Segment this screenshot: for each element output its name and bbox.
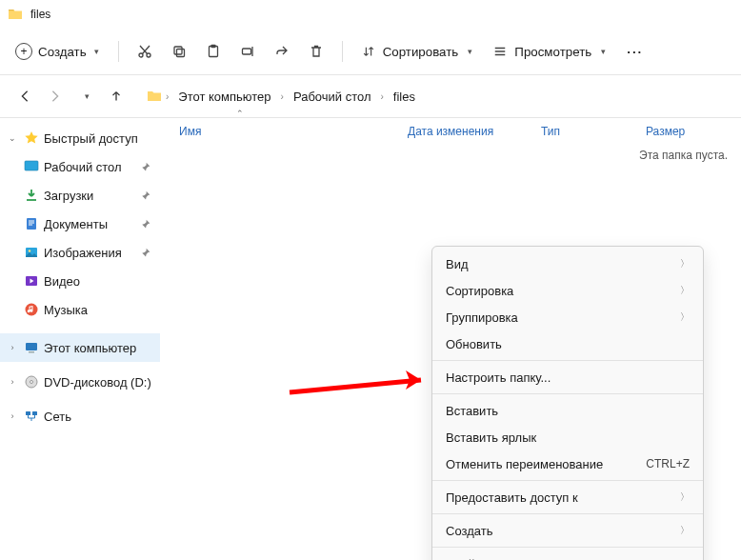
ctx-give-access[interactable]: Предоставить доступ к〉 (432, 484, 703, 510)
sort-button[interactable]: Сортировать ▾ (352, 35, 483, 68)
sidebar-dvd[interactable]: › DVD-дисковод (D:) (0, 368, 160, 396)
sidebar-item-pictures[interactable]: Изображения (0, 238, 160, 267)
download-icon (23, 188, 40, 203)
sidebar-this-pc[interactable]: › Этот компьютер (0, 333, 160, 362)
sort-indicator-icon: ⌃ (236, 109, 244, 118)
sidebar-quick-access[interactable]: ⌄ Быстрый доступ (0, 124, 160, 152)
ctx-label: Вид (446, 257, 469, 271)
ctx-label: Отменить переименование (446, 457, 603, 471)
sidebar-item-label: Сеть (44, 410, 71, 424)
chevron-right-icon: 〉 (680, 257, 690, 270)
cut-button[interactable] (129, 35, 161, 68)
ctx-refresh[interactable]: Обновить (432, 330, 703, 357)
address-bar[interactable]: › Этот компьютер › Рабочий стол › files (141, 81, 730, 111)
sidebar-item-music[interactable]: Музыка (0, 295, 160, 324)
ctx-label: Предоставить доступ к (446, 490, 578, 505)
view-button[interactable]: Просмотреть ▾ (484, 35, 615, 68)
column-type[interactable]: Тип (541, 118, 646, 144)
breadcrumb[interactable]: files (388, 86, 421, 108)
separator (432, 547, 703, 548)
svg-rect-9 (27, 218, 36, 230)
sidebar-item-label: Рабочий стол (44, 160, 122, 174)
separator (432, 360, 703, 361)
paste-button[interactable] (197, 35, 230, 68)
ctx-new[interactable]: Создать〉 (432, 517, 703, 544)
desktop-icon (23, 159, 40, 174)
sort-button-label: Сортировать (383, 45, 459, 59)
column-size[interactable]: Размер (646, 118, 712, 144)
chevron-right-icon: › (6, 411, 19, 421)
breadcrumb[interactable]: Этот компьютер (172, 86, 276, 108)
chevron-right-icon: › (6, 377, 19, 387)
chevron-right-icon: 〉 (680, 524, 690, 537)
chevron-right-icon: › (6, 343, 19, 352)
ctx-undo-rename[interactable]: Отменить переименованиеCTRL+Z (432, 450, 703, 477)
ctx-label: Вставить ярлык (446, 430, 536, 445)
sidebar: ⌄ Быстрый доступ Рабочий стол Загрузки Д… (0, 118, 160, 560)
column-headers: ⌃ Имя Дата изменения Тип Размер (160, 118, 741, 145)
new-button[interactable]: + Создать ▾ (10, 35, 109, 68)
pin-icon (141, 162, 150, 171)
chevron-right-icon: › (279, 91, 286, 102)
pin-icon (141, 248, 150, 257)
chevron-right-icon: › (379, 91, 386, 102)
ctx-paste-shortcut[interactable]: Вставить ярлык (432, 424, 703, 450)
video-icon (23, 273, 40, 289)
column-name[interactable]: ⌃ Имя (179, 118, 408, 144)
empty-folder-message: Эта папка пуста. (639, 149, 728, 162)
clipboard-icon (206, 44, 221, 59)
svg-point-1 (147, 53, 150, 57)
more-button[interactable]: ··· (617, 35, 652, 68)
svg-point-11 (29, 250, 30, 251)
shortcut-label: CTRL+Z (646, 457, 690, 470)
ctx-label: Вставить (446, 404, 498, 418)
sidebar-item-label: Видео (44, 274, 80, 289)
sidebar-item-label: Документы (44, 217, 108, 231)
up-button[interactable] (103, 83, 130, 110)
rename-button[interactable] (231, 35, 264, 68)
sidebar-item-downloads[interactable]: Загрузки (0, 181, 160, 210)
ctx-properties[interactable]: Свойства (432, 550, 703, 560)
view-icon (493, 45, 507, 58)
sidebar-network[interactable]: › Сеть (0, 402, 160, 430)
forward-button[interactable] (42, 83, 69, 110)
star-icon (23, 130, 40, 146)
window-title: files (30, 8, 50, 21)
svg-rect-2 (174, 47, 182, 54)
sidebar-item-videos[interactable]: Видео (0, 267, 160, 295)
sidebar-item-label: Музыка (44, 303, 88, 317)
music-icon (23, 302, 40, 317)
ctx-label: Группировка (446, 310, 518, 325)
document-icon (23, 216, 40, 231)
ctx-group[interactable]: Группировка〉 (432, 304, 703, 330)
svg-rect-4 (209, 47, 217, 57)
chevron-right-icon: 〉 (680, 490, 690, 504)
column-label: Тип (541, 125, 560, 138)
ctx-sort[interactable]: Сортировка〉 (432, 277, 703, 304)
breadcrumb[interactable]: Рабочий стол (288, 86, 377, 108)
ctx-customize[interactable]: Настроить папку... (432, 364, 703, 390)
ctx-label: Свойства (446, 557, 500, 561)
chevron-down-icon: ▾ (468, 47, 472, 56)
ctx-paste[interactable]: Вставить (432, 397, 703, 424)
back-button[interactable] (11, 83, 38, 110)
column-date[interactable]: Дата изменения (408, 118, 541, 144)
recent-dropdown[interactable]: ▾ (72, 83, 99, 110)
ctx-view[interactable]: Вид〉 (432, 250, 703, 277)
nav-row: ▾ › Этот компьютер › Рабочий стол › file… (0, 75, 741, 117)
svg-rect-3 (176, 50, 184, 57)
separator (432, 393, 703, 394)
network-icon (23, 409, 40, 424)
separator (432, 480, 703, 481)
plus-icon: + (15, 43, 32, 60)
svg-rect-19 (32, 411, 37, 415)
svg-rect-14 (26, 343, 37, 350)
delete-button[interactable] (300, 35, 332, 68)
share-button[interactable] (266, 35, 298, 68)
sidebar-item-desktop[interactable]: Рабочий стол (0, 152, 160, 181)
monitor-icon (23, 340, 40, 355)
sidebar-item-documents[interactable]: Документы (0, 210, 160, 238)
copy-button[interactable] (163, 35, 195, 68)
disc-icon (23, 374, 40, 390)
sidebar-item-label: DVD-дисковод (D:) (44, 375, 151, 390)
